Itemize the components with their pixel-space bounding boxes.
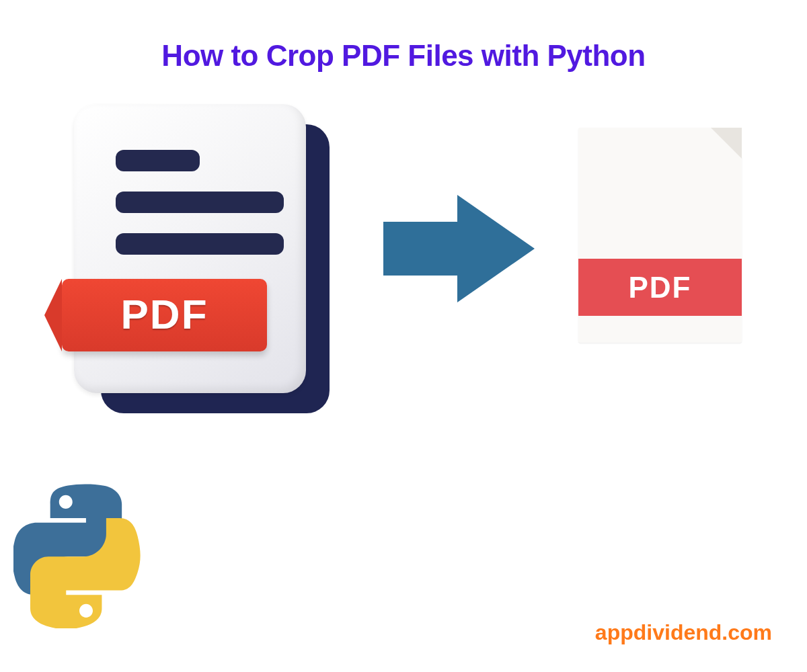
svg-marker-0 [383,195,535,302]
pdf-front-card: PDF [74,104,306,393]
page-title: How to Crop PDF Files with Python [0,39,807,73]
diagram-canvas: How to Crop PDF Files with Python PDF PD… [0,0,807,672]
pdf-band: PDF [578,259,742,316]
pdf-file-icon: PDF [578,128,742,343]
site-watermark: appdividend.com [595,620,772,645]
pdf-ribbon-label: PDF [121,290,208,338]
arrow-right-icon [383,188,538,309]
text-line-icon [116,192,284,213]
page-fold-icon [711,128,742,159]
pdf-document-icon: PDF [64,97,346,447]
pdf-ribbon: PDF [62,279,267,351]
python-logo-icon [13,484,158,631]
pdf-band-label: PDF [629,271,692,304]
text-line-icon [116,233,284,255]
text-line-icon [116,150,200,171]
